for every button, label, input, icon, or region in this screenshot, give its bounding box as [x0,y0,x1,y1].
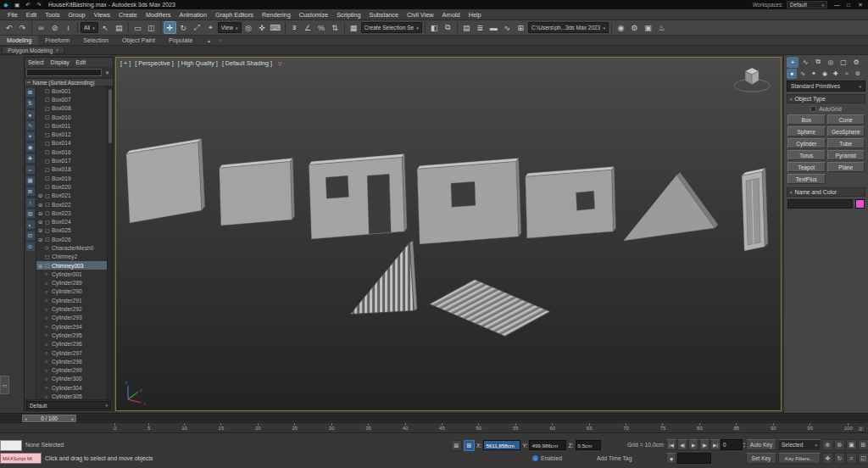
bind-to-space-warp-icon[interactable]: ≀ [62,21,75,34]
scene-object-row[interactable]: ○ Cylinder298 [36,357,107,365]
explorer-menu-edit[interactable]: Edit [73,59,90,65]
scene-object-row[interactable]: ⊙ ▢ Box025 [36,226,107,235]
go-to-start-icon[interactable]: |◀ [666,439,676,450]
select-and-link-icon[interactable]: ∞ [35,21,47,34]
filter-groups-icon[interactable]: ▦ [25,176,36,186]
scene-object-row[interactable]: ▢ Box020 [36,182,107,191]
primitive-torus-button[interactable]: Torus [787,150,826,160]
toolbar-separator[interactable] [457,22,458,33]
corrugated-roof-sheet[interactable] [430,280,550,337]
scene-object-row[interactable]: ○ Cylinder296 [36,340,107,348]
visibility-eye-icon[interactable]: ⊙ [38,192,45,198]
autobackup-status[interactable]: Enabled [541,455,562,461]
trackbar-options-icon[interactable]: ≡ [856,425,865,432]
select-by-name-icon[interactable]: ▤ [113,21,125,34]
name-and-color-rollout-header[interactable]: ▾ Name and Color [787,187,865,197]
tall-frame-box[interactable] [742,168,768,251]
spinner-snap-icon[interactable]: ⇅ [329,21,342,34]
hierarchy-tab-icon[interactable]: ⧉ [812,57,824,68]
menu-modifiers[interactable]: Modifiers [142,11,175,19]
frame-jump-field[interactable] [677,453,711,464]
menu-animation[interactable]: Animation [175,11,211,19]
scene-object-row[interactable]: ○ Cylinder294 [36,322,107,331]
track-bar[interactable]: 0510152025303540455055606570758085909510… [0,422,868,433]
menu-group[interactable]: Group [64,11,89,19]
wall-panel-window-small[interactable] [526,166,616,238]
wall-panel-plain-2[interactable] [220,158,295,226]
explorer-layer-combo[interactable]: Default [26,401,111,410]
set-key-button[interactable]: Set Key [746,453,776,464]
scene-object-row[interactable]: ○ Cylinder297 [36,348,107,357]
geometry-category-icon[interactable]: ● [787,69,797,79]
select-and-move-icon[interactable]: ✛ [164,21,176,34]
maximize-button[interactable]: □ [843,0,854,9]
primitive-geosphere-button[interactable]: GeoSphere [827,126,865,136]
filter-bones-icon[interactable]: ≀ [25,198,36,208]
filter-selection-icon[interactable]: ⊡ [25,231,36,241]
truss-ladder[interactable] [350,241,417,315]
scene-object-row[interactable]: ▢ Box016 [36,148,107,156]
primitive-textplus-button[interactable]: TextPlus [787,174,826,184]
toolbar-separator[interactable] [31,22,32,33]
filter-xrefs-icon[interactable]: ⊞ [25,187,36,197]
key-selection-combo[interactable]: Selected [778,439,821,450]
align-icon[interactable]: ⧉ [442,21,454,34]
autogrid-checkbox[interactable] [810,106,816,112]
scene-object-row[interactable]: ○ Cylinder305 [36,392,107,399]
scene-object-row[interactable]: ⊙ ▢ Box021 [36,192,107,200]
scene-object-row[interactable]: ○ Cylinder295 [36,331,107,339]
selection-lock-icon[interactable]: ⊠ [451,440,462,451]
explorer-scrollbar[interactable] [107,86,113,399]
material-editor-icon[interactable]: ◉ [615,21,627,34]
select-and-manipulate-icon[interactable]: ✜ [256,21,269,34]
zoom-icon[interactable]: ⊕ [822,439,833,450]
edit-named-selection-sets-icon[interactable]: ▦ [348,21,360,34]
lights-category-icon[interactable]: ✦ [809,69,819,79]
close-button[interactable]: ✕ [854,0,866,9]
visibility-eye-icon[interactable]: ⊙ [38,210,45,216]
toggle-layer-explorer-icon[interactable]: ≣ [474,21,487,34]
visibility-eye-icon[interactable]: ⊙ [38,237,45,242]
time-slider-handle[interactable]: ◂ 0 / 100 ▸ [22,415,76,422]
filter-cameras-icon[interactable]: ◉ [25,142,36,153]
shapes-category-icon[interactable]: ∿ [798,69,808,79]
percent-snap-icon[interactable]: % [315,21,328,34]
scene-object-row[interactable]: ○ Cylinder300 [36,375,107,383]
primitive-cylinder-button[interactable]: Cylinder [787,138,826,148]
undo-icon[interactable]: ↶ [3,21,15,34]
menu-customize[interactable]: Customize [295,11,332,19]
scene-object-row[interactable]: ○ Cylinder292 [36,304,107,313]
schematic-view-icon[interactable]: ⊞ [515,21,527,34]
auto-key-button[interactable]: Auto Key [746,439,776,450]
menu-scripting[interactable]: Scripting [332,11,364,19]
explorer-menu-display[interactable]: Display [47,59,73,65]
display-tab-icon[interactable]: ▢ [837,57,849,68]
menu-views[interactable]: Views [90,11,114,19]
primitive-tube-button[interactable]: Tube [827,138,865,148]
viewport[interactable]: x y z [ + ][ Perspective ][ High Quality… [115,57,782,411]
scene-object-row[interactable]: ▢ Box011 [36,121,107,130]
toggle-ribbon-icon[interactable]: ▬ [487,21,500,34]
toolbar-separator[interactable] [160,22,161,33]
scene-object-row[interactable]: ▢ Box014 [36,139,107,148]
scene-object-row[interactable]: ◇ CharacterMesh0 [36,243,107,252]
menu-substance[interactable]: Substance [365,11,403,19]
go-to-end-icon[interactable]: ▶| [710,439,721,450]
ribbon-tab-object-paint[interactable]: Object Paint [115,36,162,45]
explorer-lock-icon[interactable]: ⊠ [25,87,36,98]
menu-tools[interactable]: Tools [41,11,64,19]
utilities-tab-icon[interactable]: ⚙ [850,57,862,68]
filter-lights-icon[interactable]: ✦ [25,131,36,142]
motion-tab-icon[interactable]: ◎ [825,57,837,68]
project-folder-combo[interactable]: C:\Users\ph...3ds Max 2023 [528,22,609,33]
search-clear-icon[interactable]: ✕ [103,69,111,76]
select-and-scale-icon[interactable]: ⤢ [191,21,203,34]
render-setup-icon[interactable]: ⚙ [628,21,641,34]
filter-shapes-icon[interactable]: ∿ [25,120,36,131]
viewport-pov-menu[interactable]: [ Perspective ] [135,59,174,67]
rendered-frame-icon[interactable]: ▣ [642,21,654,34]
orbit-icon[interactable]: ↻ [834,453,845,464]
redo-icon[interactable]: ↷ [16,21,29,34]
named-selection-sets-combo[interactable]: Create Selection Se [361,22,422,33]
primitive-cone-button[interactable]: Cone [827,114,865,125]
